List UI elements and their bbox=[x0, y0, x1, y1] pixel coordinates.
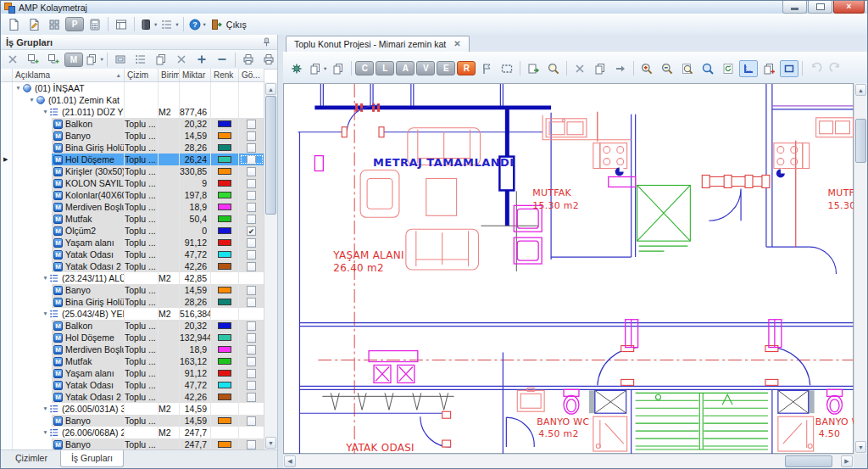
components-button[interactable] bbox=[45, 16, 64, 33]
table-row[interactable]: MBalkonToplu ...20,32 bbox=[13, 118, 264, 130]
table-row[interactable]: MYatak OdasıToplu ...47,72 bbox=[13, 248, 264, 260]
edit-project-button[interactable] bbox=[25, 16, 43, 33]
table-row[interactable]: ▼(26.006/068A) 20...M2247,7 bbox=[13, 427, 264, 438]
table-row[interactable]: MYaşam alanıToplu ...91,12 bbox=[13, 367, 264, 379]
scroll-right-icon[interactable]: ▶ bbox=[841, 455, 853, 467]
copy-region-button[interactable] bbox=[760, 60, 778, 77]
table-row[interactable]: MBanyoToplu ...14,59 bbox=[13, 415, 264, 427]
remove-button[interactable] bbox=[172, 51, 191, 68]
go-next-button[interactable] bbox=[611, 60, 630, 77]
table-row[interactable]: MMutfakToplu ...163,12 bbox=[13, 355, 264, 367]
show-checkbox[interactable] bbox=[247, 191, 256, 200]
zoom-in-button[interactable] bbox=[637, 60, 656, 77]
pin-icon[interactable] bbox=[261, 36, 272, 47]
list-button[interactable] bbox=[131, 51, 150, 68]
add-poz-button[interactable]: M bbox=[64, 53, 83, 67]
expand-icon[interactable]: ▼ bbox=[28, 94, 36, 106]
subtract-button[interactable] bbox=[213, 51, 231, 68]
settings-button[interactable] bbox=[287, 60, 306, 77]
list-menu-button[interactable]: ▾ bbox=[159, 16, 179, 33]
show-checkbox[interactable] bbox=[247, 238, 256, 248]
expand-icon[interactable]: ▼ bbox=[42, 272, 49, 284]
new-project-button[interactable] bbox=[4, 16, 23, 33]
show-checkbox[interactable] bbox=[247, 333, 256, 343]
show-checkbox[interactable] bbox=[247, 215, 256, 224]
show-checkbox[interactable] bbox=[247, 321, 256, 331]
tab-is-gruplari[interactable]: İş Grupları bbox=[60, 450, 124, 467]
column-header-1[interactable]: Çizim bbox=[125, 69, 159, 81]
table-row[interactable]: MMerdiven BoşluğuToplu ...18,9 bbox=[13, 343, 264, 355]
zoom-out-button[interactable] bbox=[658, 60, 676, 77]
exit-button[interactable]: Çıkış bbox=[209, 16, 248, 33]
export-view-button[interactable] bbox=[524, 60, 542, 77]
layer-v-button[interactable]: V bbox=[416, 61, 435, 75]
show-checkbox[interactable] bbox=[247, 131, 256, 141]
show-checkbox[interactable] bbox=[247, 179, 256, 188]
title-bar[interactable]: AMP Kolaymetraj × bbox=[1, 1, 867, 14]
delete-button[interactable] bbox=[570, 60, 589, 77]
table-row[interactable]: MHol DöşemeToplu ...132,944 bbox=[13, 332, 264, 343]
table-row[interactable]: ▼(21.011) DÜZ YÜZ...M2877,46 bbox=[13, 106, 264, 118]
refresh-button[interactable] bbox=[719, 60, 737, 77]
undo-button[interactable] bbox=[806, 60, 825, 77]
pages-button[interactable] bbox=[591, 60, 609, 77]
close-button[interactable]: × bbox=[833, 1, 865, 14]
maximize-button[interactable] bbox=[808, 1, 832, 14]
column-header-3[interactable]: Miktar bbox=[180, 69, 211, 81]
table-row[interactable]: MYatak Odası 2Toplu ...42,26 bbox=[13, 260, 264, 272]
table-row[interactable]: MBina Giriş HolüToplu ...28,26 bbox=[13, 142, 264, 154]
flag-button[interactable] bbox=[477, 60, 496, 77]
expand-icon[interactable]: ▼ bbox=[14, 82, 22, 94]
table-row[interactable]: MYatak Odası 2Toplu ...42,26 bbox=[13, 391, 264, 403]
column-header-5[interactable]: Gö... bbox=[239, 69, 264, 81]
copy-button[interactable]: ▾ bbox=[85, 51, 103, 68]
layer-e-button[interactable]: E bbox=[437, 61, 455, 75]
scroll-up-icon[interactable]: ▲ bbox=[265, 83, 276, 95]
show-checkbox[interactable] bbox=[247, 250, 256, 260]
table-row[interactable]: MMutfakToplu ...50,4 bbox=[13, 213, 264, 225]
tab-cizimler[interactable]: Çizimler bbox=[4, 450, 58, 467]
minimize-button[interactable] bbox=[782, 1, 807, 14]
table-row[interactable]: MBalkonToplu ...20,32 bbox=[13, 320, 264, 332]
layer-c-button[interactable]: C bbox=[355, 61, 374, 75]
delete-row-button[interactable] bbox=[3, 51, 22, 68]
table-row[interactable]: MKirişler (30x50)Toplu ...330,85 bbox=[13, 165, 264, 177]
show-checkbox[interactable] bbox=[247, 393, 256, 402]
scroll-left-icon[interactable]: ◀ bbox=[284, 455, 296, 467]
show-checkbox[interactable] bbox=[247, 286, 256, 295]
show-checkbox[interactable] bbox=[247, 440, 256, 449]
axis-mode-button[interactable] bbox=[739, 60, 758, 77]
table-row[interactable]: MBanyoToplu ...247,7 bbox=[13, 438, 264, 449]
drawing-hscroll-thumb[interactable] bbox=[785, 455, 832, 467]
table-row[interactable]: ▼(26.005/031A) 33...M214,59 bbox=[13, 403, 264, 415]
column-header-4[interactable]: Renk bbox=[211, 69, 239, 81]
table-row[interactable]: MMerdiven BoşluğuToplu ...18,9 bbox=[13, 201, 264, 213]
print-button[interactable] bbox=[239, 51, 258, 68]
table-row[interactable]: MBina Giriş HolüToplu ...28,26 bbox=[13, 296, 264, 308]
copy-drawing-button[interactable]: ▾ bbox=[308, 60, 327, 77]
expand-icon[interactable]: ▼ bbox=[42, 308, 49, 320]
show-checkbox[interactable]: ✔ bbox=[247, 226, 256, 236]
floor-plan-canvas[interactable]: METRAJ TAMAMLANDI YAŞAM ALANI 26.40 m2 M… bbox=[283, 83, 854, 454]
table-row[interactable]: MÖlçüm2Toplu ...0✔ bbox=[13, 225, 264, 237]
scroll-down-icon[interactable]: ▼ bbox=[265, 437, 276, 449]
document-tab[interactable]: Toplu Konut Projesi - Mimari zemin kat ✕ bbox=[286, 36, 470, 52]
poz-list-button[interactable]: P bbox=[65, 17, 84, 31]
show-checkbox[interactable] bbox=[247, 143, 256, 153]
drawing-horizontal-scrollbar[interactable]: ◀ ▶ bbox=[283, 454, 854, 468]
duplicate-button[interactable] bbox=[152, 51, 170, 68]
show-checkbox[interactable] bbox=[247, 203, 256, 212]
table-row[interactable]: MBanyoToplu ...14,59 bbox=[13, 284, 264, 296]
window-layout-button[interactable] bbox=[112, 16, 131, 33]
layer-a-button[interactable]: A bbox=[396, 61, 415, 75]
table-row[interactable]: MKOLON SAYILARIToplu ...9 bbox=[13, 177, 264, 189]
help-button[interactable]: ▾ bbox=[187, 16, 207, 33]
print-preview-button[interactable] bbox=[259, 51, 278, 68]
show-checkbox[interactable] bbox=[247, 120, 256, 129]
column-header-2[interactable]: Birim bbox=[159, 69, 180, 81]
reports-button[interactable]: ▾ bbox=[138, 16, 158, 33]
zoom-page-button[interactable] bbox=[678, 60, 697, 77]
scroll-up-icon[interactable]: ▲ bbox=[855, 84, 866, 96]
show-checkbox[interactable] bbox=[247, 381, 256, 390]
tree-vertical-scrollbar[interactable]: ▲ ▼ bbox=[264, 82, 277, 449]
